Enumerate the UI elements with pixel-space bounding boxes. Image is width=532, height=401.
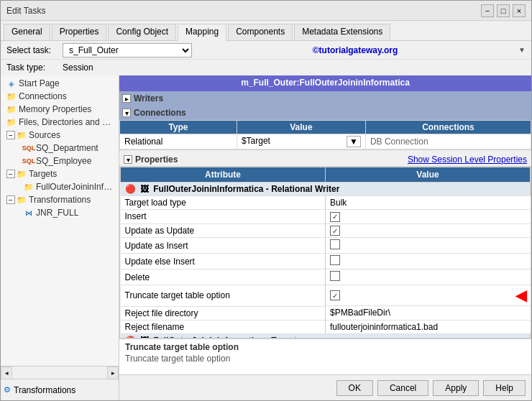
tree-item-jnr-full[interactable]: ⋈ JNR_FULL	[1, 206, 119, 219]
expand-targets-icon[interactable]: −	[6, 170, 15, 178]
tab-metadata-extensions[interactable]: Metadata Extensions	[294, 24, 390, 40]
folder-icon-fullouterjoin: 📁	[24, 182, 34, 192]
attr-truncate: Truncate target table option	[121, 285, 326, 307]
tab-mapping[interactable]: Mapping	[178, 24, 226, 41]
attr-update-else-insert: Update else Insert	[121, 254, 326, 269]
val-reject-file-dir[interactable]: $PMBadFileDir\	[326, 306, 531, 320]
prop-row-update-else-insert: Update else Insert	[121, 254, 531, 269]
properties-header-left: ▾ Properties	[124, 155, 178, 165]
dialog-buttons: OK Cancel Apply Help	[119, 374, 531, 400]
page-icon: ◈	[6, 78, 17, 88]
checkbox-update-else-insert[interactable]	[330, 255, 340, 265]
show-session-level-link[interactable]: Show Session Level Properties	[408, 155, 527, 165]
tab-general[interactable]: General	[4, 24, 50, 40]
window-title: Edit Tasks	[6, 6, 45, 16]
val-update-else-insert[interactable]	[326, 254, 531, 269]
col-header-value: Value	[237, 121, 365, 134]
properties-label: Properties	[135, 155, 178, 165]
connections-table-container: Type Value Connections Relational $Targe…	[119, 120, 531, 150]
properties-table: Attribute Value 🔴 🖼 FullOuterJoininInfor	[120, 167, 531, 338]
col-header-connections: Connections	[365, 121, 531, 134]
tree-label-sq-department: SQ_Department	[36, 143, 98, 153]
val-update-as-update[interactable]	[326, 223, 531, 238]
tree-label-memory-properties: Memory Properties	[19, 104, 91, 114]
tree-item-sq-employee[interactable]: SQL SQ_Employee	[1, 155, 119, 167]
folder-icon-transformations: 📁	[17, 195, 27, 205]
hscroll-left-btn[interactable]: ◂	[1, 367, 12, 379]
conn-connections: DB Connection	[365, 134, 531, 149]
folder-icon-targets: 📁	[17, 169, 27, 179]
properties-section: ▾ Properties Show Session Level Properti…	[119, 153, 531, 338]
group2-header: 🔴 🖼 FullOuterJoininInformatica - Target	[121, 333, 531, 338]
props-col-attribute: Attribute	[121, 167, 326, 183]
left-panel-hscroll: ◂ ▸	[1, 366, 119, 379]
tree-label-transformations: Transformations	[29, 195, 91, 205]
prop-row-reject-filename: Reject filename fullouterjoininformatica…	[121, 320, 531, 333]
conn-type: Relational	[120, 134, 237, 149]
prop-row-target-load-type: Target load type Bulk	[121, 196, 531, 210]
tree-item-targets[interactable]: − 📁 Targets	[1, 167, 119, 180]
tree-item-sources[interactable]: − 📁 Sources	[1, 129, 119, 142]
conn-value-btn[interactable]: ▼	[347, 136, 361, 147]
tab-config-object[interactable]: Config Object	[108, 24, 176, 40]
close-button[interactable]: ×	[513, 4, 526, 17]
group1-img-icon: 🖼	[140, 184, 149, 194]
checkbox-truncate[interactable]	[330, 290, 340, 300]
dropdown-arrow-icon[interactable]: ▼	[518, 46, 526, 54]
props-col-value: Value	[326, 167, 531, 183]
cancel-button[interactable]: Cancel	[377, 380, 428, 396]
prop-row-reject-file-dir: Reject file directory $PMBadFileDir\	[121, 306, 531, 320]
tree-item-transformations[interactable]: − 📁 Transformations	[1, 193, 119, 206]
tab-properties[interactable]: Properties	[52, 24, 107, 40]
val-update-as-insert[interactable]	[326, 238, 531, 254]
prop-row-update-as-insert: Update as Insert	[121, 238, 531, 254]
tree-item-full-outer-join[interactable]: 📁 FullOuterJoininInform...	[1, 180, 119, 193]
connections-section-header[interactable]: ▾ Connections	[119, 106, 531, 120]
checkbox-update-as-update[interactable]	[330, 226, 340, 236]
writers-section-header[interactable]: ▸ Writers	[119, 91, 531, 106]
connections-collapse-icon[interactable]: ▾	[122, 109, 131, 117]
apply-button[interactable]: Apply	[433, 380, 479, 396]
val-reject-filename[interactable]: fullouterjoininformatica1.bad	[326, 320, 531, 333]
val-insert[interactable]	[326, 210, 531, 224]
tree-label-sq-employee: SQ_Employee	[36, 156, 91, 166]
tab-components[interactable]: Components	[228, 24, 293, 40]
val-delete[interactable]	[326, 269, 531, 285]
properties-collapse-icon[interactable]: ▾	[124, 155, 132, 164]
tree-label-start-page: Start Page	[19, 78, 60, 88]
checkbox-delete[interactable]	[330, 271, 340, 281]
maximize-button[interactable]: □	[497, 4, 510, 17]
select-task-label: Select task:	[6, 45, 57, 55]
tree-item-memory-properties[interactable]: 📁 Memory Properties	[1, 103, 119, 116]
checkbox-update-as-insert[interactable]	[330, 239, 340, 249]
minimize-button[interactable]: −	[481, 4, 494, 17]
ok-button[interactable]: OK	[336, 380, 373, 396]
tree-item-start-page[interactable]: ◈ Start Page	[1, 77, 119, 90]
folder-icon-sources: 📁	[17, 130, 27, 140]
tree-label-sources: Sources	[29, 130, 60, 140]
attr-delete: Delete	[121, 269, 326, 285]
task-select[interactable]: s_Full_Outer	[63, 43, 192, 57]
help-button[interactable]: Help	[483, 380, 526, 396]
checkbox-insert[interactable]	[330, 212, 340, 222]
val-truncate[interactable]: ◀	[326, 285, 531, 306]
tree-item-connections[interactable]: 📁 Connections	[1, 90, 119, 103]
properties-header: ▾ Properties Show Session Level Properti…	[119, 153, 531, 166]
prop-row-delete: Delete	[121, 269, 531, 285]
writers-collapse-icon[interactable]: ▸	[122, 94, 131, 103]
properties-table-container: Attribute Value 🔴 🖼 FullOuterJoininInfor	[119, 166, 531, 338]
expand-sources-icon[interactable]: −	[6, 131, 15, 139]
tab-bar: General Properties Config Object Mapping…	[1, 21, 531, 41]
tree-label-connections: Connections	[19, 91, 67, 101]
sql-icon-department: SQL	[24, 143, 34, 153]
right-panel: m_Full_Outer:FullOuterJoininInformatica …	[119, 75, 531, 400]
tree: ◈ Start Page 📁 Connections 📁 Memory Pr	[1, 75, 119, 366]
tree-item-sq-department[interactable]: SQL SQ_Department	[1, 142, 119, 155]
expand-transformations-icon[interactable]: −	[6, 195, 15, 204]
tree-item-files-directories[interactable]: 📁 Files, Directories and Com...	[1, 116, 119, 129]
writers-label: Writers	[134, 93, 163, 103]
attr-target-load-type: Target load type	[121, 196, 326, 210]
hscroll-right-btn[interactable]: ▸	[107, 367, 119, 379]
transformations-button[interactable]: ⚙ Transformations	[1, 379, 119, 400]
prop-row-truncate: Truncate target table option ◀	[121, 285, 531, 307]
